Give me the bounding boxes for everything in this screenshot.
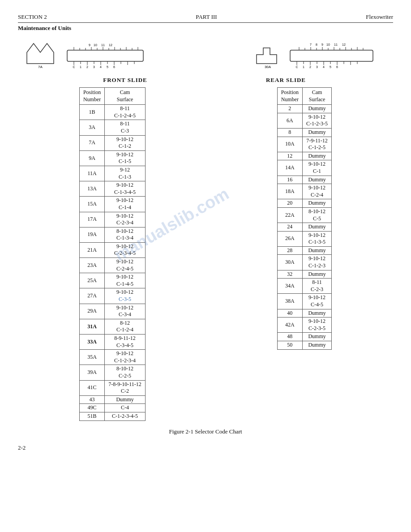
subheader: Maintenance of Units [18, 25, 393, 32]
svg-text:6: 6 [336, 65, 338, 69]
svg-text:C: C [295, 65, 298, 69]
table-row: 24Dummy [277, 223, 331, 232]
pos-cell: 15A [79, 197, 104, 212]
table-row: 28Dummy [277, 246, 331, 255]
svg-text:5: 5 [330, 65, 331, 69]
table-row: 23A9-10-12 [79, 258, 145, 266]
pos-cell: 12 [277, 152, 302, 160]
cam-cell: 9-10-12 [105, 150, 146, 158]
table-row: 14A9-10-12 [277, 160, 331, 168]
table-row: 13A9-10-12 [79, 181, 145, 189]
cam-cell: Dummy [303, 333, 332, 341]
cam-cell: C-1-2-3 [303, 262, 332, 270]
cam-cell: C-3-4 [105, 311, 146, 319]
table-row: 20Dummy [277, 199, 331, 208]
pos-cell: 50 [277, 341, 302, 350]
tables-container: PositionNumber CamSurface 1B8-11C-1-2-4-… [18, 87, 393, 421]
cam-cell: C-1-2-3-5 [303, 120, 332, 128]
cam-cell: 7-9-11-12 [303, 137, 332, 144]
cam-cell: C-1-2-3-4 [105, 357, 146, 365]
cam-cell: Dummy [303, 270, 332, 279]
table-row: 38A9-10-12 [277, 294, 331, 301]
cam-cell: Dummy [303, 105, 332, 113]
table-row: 33A8-9-11-12 [79, 335, 145, 342]
cam-cell: C-2-4 [303, 192, 332, 199]
table-row: 51BC-1-2-3-4-5 [79, 412, 145, 420]
table-row: 8Dummy [277, 128, 331, 137]
cam-cell: Dummy [303, 246, 332, 255]
table-row: 31A8-12 [79, 319, 145, 326]
pos-cell: 51B [79, 412, 104, 420]
pos-cell: 8 [277, 128, 302, 137]
table-row: 12Dummy [277, 152, 331, 160]
slide-labels: FRONT SLIDE REAR SLIDE [18, 77, 393, 84]
front-col-pos: PositionNumber [79, 88, 104, 105]
cam-cell: 9-10-12 [105, 350, 146, 357]
cam-cell: 9-10-12 [105, 197, 146, 204]
cam-cell: Dummy [105, 395, 146, 404]
rear-col-pos: PositionNumber [277, 88, 302, 105]
table-row: 39A8-10-12 [79, 365, 145, 373]
table-row: 48Dummy [277, 333, 331, 341]
table-row: 6A9-10-12 [277, 113, 331, 120]
pos-cell: 28 [277, 246, 302, 255]
table-row: 3A8-11 [79, 120, 145, 128]
pos-cell: 6A [277, 113, 302, 128]
cam-cell: 9-10-12 [105, 304, 146, 311]
svg-text:8: 8 [316, 43, 317, 46]
front-slide-table: PositionNumber CamSurface 1B8-11C-1-2-4-… [79, 87, 146, 421]
pos-cell: 18A [277, 184, 302, 199]
cam-cell: 8-10-12 [303, 207, 332, 215]
table-row: 7A9-10-12 [79, 135, 145, 143]
cam-cell: C-2-3-4 [105, 219, 146, 227]
table-row: 22A8-10-12 [277, 207, 331, 215]
pos-cell: 26A [277, 231, 302, 246]
cam-cell: C-3 [105, 128, 146, 135]
cam-cell: C-5 [303, 215, 332, 223]
svg-text:6: 6 [113, 65, 115, 69]
pos-cell: 39A [79, 365, 104, 380]
cam-cell: Dummy [303, 176, 332, 184]
cam-cell: 9-12 [105, 166, 146, 173]
svg-text:4: 4 [100, 65, 102, 69]
pos-cell: 7A [79, 135, 104, 150]
front-slide-label: FRONT SLIDE [81, 77, 170, 84]
cam-cell: 9-10-12 [303, 184, 332, 192]
table-row: 40Dummy [277, 309, 331, 317]
svg-rect-35 [290, 50, 373, 61]
front-slide-diagram: 9 10 11 12 7A C 1 2 3 4 5 6 [22, 39, 157, 70]
cam-cell: C-2-3-4-5 [105, 250, 146, 257]
pos-cell: 38A [277, 294, 302, 309]
cam-cell: 9-10-12 [303, 160, 332, 168]
svg-text:3: 3 [316, 65, 318, 69]
cam-cell: C-3-5 [105, 296, 146, 304]
cam-cell: 9-10-12 [303, 255, 332, 262]
pos-cell: 23A [79, 258, 104, 273]
svg-rect-0 [67, 50, 143, 61]
pos-cell: 10A [277, 137, 302, 152]
table-row: 26A9-10-12 [277, 231, 331, 239]
table-row: 18A9-10-12 [277, 184, 331, 192]
svg-text:10: 10 [326, 43, 330, 46]
cam-cell: C-2-4-5 [105, 266, 146, 273]
cam-cell: 8-11 [303, 279, 332, 286]
svg-text:7: 7 [310, 43, 312, 46]
pos-cell: 25A [79, 273, 104, 288]
pos-cell: 11A [79, 166, 104, 181]
svg-text:9: 9 [89, 43, 90, 47]
svg-text:12: 12 [109, 43, 112, 47]
cam-cell: C-1-2 [105, 143, 146, 150]
table-row: 42A9-10-12 [277, 317, 331, 325]
table-row: 9A9-10-12 [79, 150, 145, 158]
table-row: 41C7-8-9-10-11-12 [79, 380, 145, 388]
table-row: 43Dummy [79, 395, 145, 404]
figure-caption: Figure 2-1 Selector Code Chart [18, 428, 393, 435]
pos-cell: 13A [79, 181, 104, 197]
pos-cell: 30A [277, 255, 302, 270]
pos-cell: 29A [79, 304, 104, 319]
cam-cell: C-2-3-5 [303, 325, 332, 333]
rear-col-cam: CamSurface [303, 88, 332, 105]
table-row: 34A8-11 [277, 279, 331, 286]
svg-text:9: 9 [321, 43, 323, 46]
cam-cell: Dummy [303, 199, 332, 208]
